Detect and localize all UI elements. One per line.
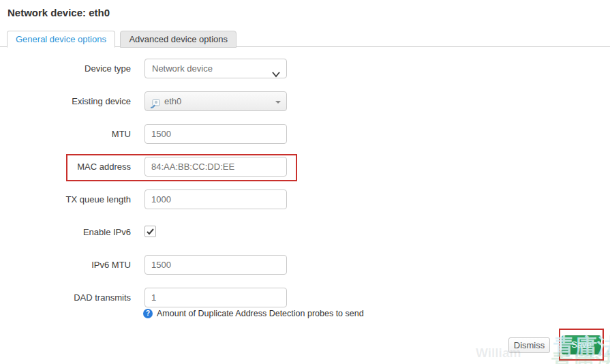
checkmark-icon bbox=[147, 228, 154, 235]
tab-general-device-options[interactable]: General device options bbox=[7, 31, 115, 48]
tx-queue-length-label: TX queue length bbox=[0, 189, 131, 209]
network-interface-icon bbox=[150, 97, 161, 115]
dad-transmits-row: DAD transmits bbox=[0, 288, 287, 307]
existing-device-row: Existing device eth0 bbox=[0, 91, 287, 111]
tab-bar: General device options Advanced device o… bbox=[0, 30, 610, 47]
help-question-icon: ? bbox=[143, 309, 153, 318]
dad-transmits-help: ? Amount of Duplicate Address Detection … bbox=[143, 309, 364, 318]
mac-address-label: MAC address bbox=[0, 157, 131, 177]
existing-device-value: eth0 bbox=[164, 96, 181, 106]
device-type-value: Network device bbox=[152, 63, 213, 74]
save-button[interactable]: Save bbox=[562, 335, 601, 354]
enable-ipv6-checkbox[interactable] bbox=[144, 226, 156, 237]
device-type-row: Device type Network device bbox=[0, 59, 287, 78]
mtu-input[interactable] bbox=[144, 124, 287, 144]
mac-address-row: MAC address bbox=[0, 157, 287, 177]
ipv6-mtu-label: IPv6 MTU bbox=[0, 255, 131, 275]
mtu-label: MTU bbox=[0, 124, 131, 144]
enable-ipv6-row: Enable IPv6 bbox=[0, 222, 287, 242]
device-type-select[interactable]: Network device bbox=[144, 59, 287, 78]
tab-advanced-device-options[interactable]: Advanced device options bbox=[120, 31, 237, 48]
enable-ipv6-label: Enable IPv6 bbox=[0, 222, 131, 242]
dismiss-button[interactable]: Dismiss bbox=[508, 337, 550, 353]
caret-down-icon bbox=[275, 101, 281, 104]
dad-transmits-help-text: Amount of Duplicate Address Detection pr… bbox=[157, 309, 364, 318]
network-device-dialog: Network device: eth0 General device opti… bbox=[0, 0, 610, 364]
chevron-down-icon bbox=[272, 65, 280, 84]
device-type-label: Device type bbox=[0, 59, 131, 78]
dad-transmits-input[interactable] bbox=[144, 288, 287, 307]
tx-queue-length-row: TX queue length bbox=[0, 189, 287, 209]
mtu-row: MTU bbox=[0, 124, 287, 144]
mac-address-input[interactable] bbox=[144, 157, 287, 177]
tx-queue-length-input[interactable] bbox=[144, 189, 287, 209]
ipv6-mtu-input[interactable] bbox=[144, 255, 287, 275]
page-title: Network device: eth0 bbox=[7, 7, 110, 18]
ipv6-mtu-row: IPv6 MTU bbox=[0, 255, 287, 275]
existing-device-select[interactable]: eth0 bbox=[144, 91, 287, 111]
dad-transmits-label: DAD transmits bbox=[0, 288, 131, 307]
existing-device-label: Existing device bbox=[0, 91, 131, 111]
